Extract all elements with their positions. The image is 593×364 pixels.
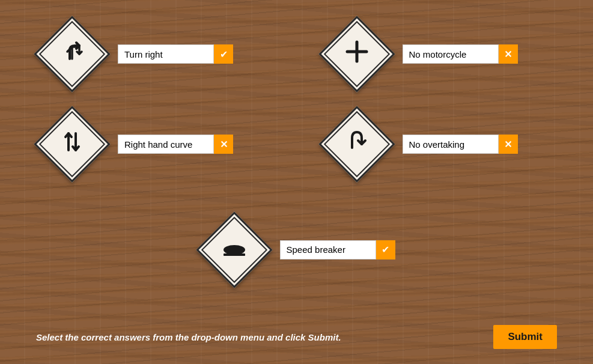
svg-point-4 (224, 245, 245, 255)
no-overtaking-icon (341, 126, 373, 157)
no-overtaking-input[interactable] (403, 135, 499, 154)
no-motorcycle-x-button[interactable]: ✕ (499, 44, 518, 64)
sign-speed-breaker (198, 214, 270, 286)
right-hand-curve-input[interactable] (118, 135, 214, 154)
no-motorcycle-icon (341, 36, 373, 67)
turn-right-input[interactable] (118, 44, 214, 64)
speed-breaker-input[interactable] (280, 240, 376, 259)
instruction-text: Select the correct answers from the drop… (36, 332, 341, 342)
sign-item-no-motorcycle: ✕ (321, 18, 558, 90)
right-hand-curve-icon (56, 126, 88, 157)
no-overtaking-x-button[interactable]: ✕ (499, 135, 518, 154)
submit-button[interactable]: Submit (493, 325, 557, 349)
svg-rect-5 (224, 253, 245, 256)
turn-right-input-group: ✔ (118, 44, 233, 64)
speed-breaker-check-button[interactable]: ✔ (376, 240, 395, 259)
no-motorcycle-input-group: ✕ (403, 44, 518, 64)
sign-no-overtaking (321, 108, 393, 180)
sign-item-no-overtaking: ✕ (321, 108, 558, 180)
right-hand-curve-x-button[interactable]: ✕ (214, 135, 233, 154)
no-motorcycle-input[interactable] (403, 44, 499, 64)
footer: Select the correct answers from the drop… (36, 325, 557, 352)
sign-item-turn-right: ✔ (36, 18, 273, 90)
speed-breaker-icon (219, 232, 250, 263)
no-overtaking-input-group: ✕ (403, 135, 518, 154)
sign-no-motorcycle (321, 18, 393, 90)
sign-right-hand-curve (36, 108, 108, 180)
right-hand-curve-input-group: ✕ (118, 135, 233, 154)
sign-item-speed-breaker: ✔ (198, 214, 395, 286)
sign-item-right-hand-curve: ✕ (36, 108, 273, 180)
turn-right-check-button[interactable]: ✔ (214, 44, 233, 64)
speed-breaker-input-group: ✔ (280, 240, 395, 259)
sign-turn-right (36, 18, 108, 90)
turn-right-icon (56, 36, 88, 67)
